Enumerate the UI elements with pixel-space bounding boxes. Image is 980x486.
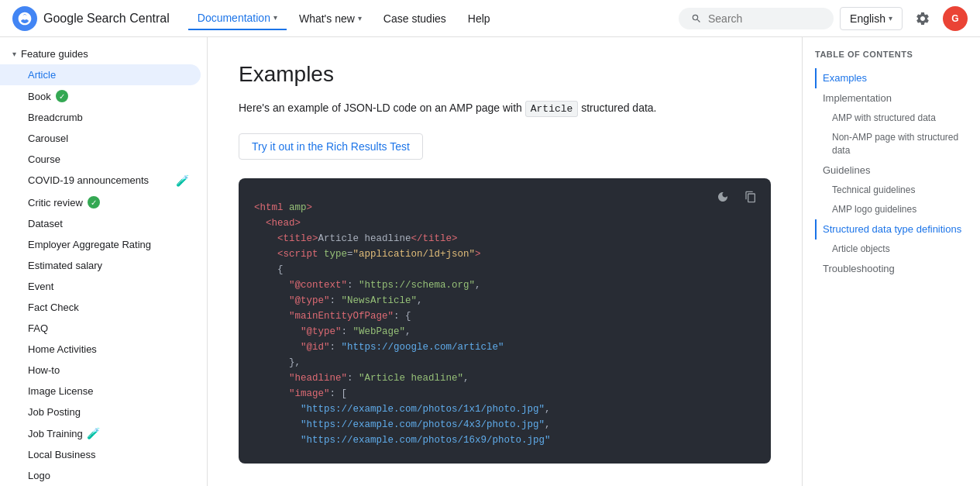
expand-icon: ▾ (12, 50, 16, 58)
toc-item-non-amp-structured-data[interactable]: Non-AMP page with structured data (815, 128, 968, 160)
toc-item-structured-data-type[interactable]: Structured data type definitions (815, 219, 968, 240)
sidebar-item-local-business[interactable]: Local Business (0, 444, 201, 465)
sidebar-item-employer-agg[interactable]: Employer Aggregate Rating (0, 234, 201, 255)
toc-item-amp-logo-guidelines[interactable]: AMP logo guidelines (815, 200, 968, 219)
sidebar-item-logo[interactable]: Logo (0, 465, 201, 486)
gear-icon (915, 11, 930, 26)
nav-documentation[interactable]: Documentation ▾ (188, 7, 287, 30)
main-nav: Documentation ▾ What's new ▾ Case studie… (188, 7, 679, 30)
search-icon (691, 12, 702, 25)
sidebar-item-event[interactable]: Event (0, 276, 201, 297)
settings-button[interactable] (909, 5, 937, 33)
toc-item-guidelines[interactable]: Guidelines (815, 160, 968, 181)
sidebar-section-feature-guides[interactable]: ▾ Feature guides (0, 43, 207, 64)
chevron-down-icon: ▾ (358, 14, 362, 22)
sidebar-item-book[interactable]: Book ✓ (0, 85, 201, 107)
inline-code-article: Article (525, 101, 579, 117)
nav-whats-new[interactable]: What's new ▾ (290, 8, 371, 29)
section-description: Here's an example of JSON-LD code on an … (239, 99, 771, 118)
search-bar[interactable] (679, 8, 834, 29)
try-rich-results-button[interactable]: Try it out in the Rich Results Test (239, 133, 423, 160)
header: Google Search Central Documentation ▾ Wh… (0, 0, 980, 37)
sidebar-item-course[interactable]: Course (0, 149, 201, 170)
sidebar-item-faq[interactable]: FAQ (0, 318, 201, 339)
toc-item-troubleshooting[interactable]: Troubleshooting (815, 259, 968, 279)
check-badge: ✓ (56, 90, 68, 102)
sidebar-item-dataset[interactable]: Dataset (0, 213, 201, 234)
sidebar-item-breadcrumb[interactable]: Breadcrumb (0, 107, 201, 128)
flask-badge: 🧪 (88, 427, 100, 439)
logo-text: Google Search Central (43, 12, 170, 26)
page-title: Examples (239, 62, 771, 87)
sidebar-item-job-posting[interactable]: Job Posting (0, 402, 201, 422)
header-right: English ▾ G (679, 5, 968, 33)
sidebar-item-article[interactable]: Article (0, 64, 201, 85)
logo-link[interactable]: Google Search Central (12, 6, 170, 31)
search-input[interactable] (708, 12, 821, 25)
user-avatar[interactable]: G (943, 6, 968, 31)
check-badge: ✓ (88, 196, 100, 209)
main-content: Examples Here's an example of JSON-LD co… (208, 37, 802, 486)
toc-title: Table of contents (815, 50, 968, 59)
logo-icon (12, 6, 37, 31)
sidebar-item-fact-check[interactable]: Fact Check (0, 297, 201, 318)
code-block: <html amp> <head> <title>Article headlin… (239, 178, 771, 464)
sidebar-item-critic-review[interactable]: Critic review ✓ (0, 191, 201, 213)
code-toolbar (712, 186, 762, 208)
sidebar-item-job-training[interactable]: Job Training 🧪 (0, 422, 201, 444)
page-layout: ▾ Feature guides Article Book ✓ Breadcru… (0, 37, 980, 486)
language-selector[interactable]: English ▾ (840, 7, 903, 30)
sidebar-item-image-license[interactable]: Image License (0, 381, 201, 402)
toc-item-technical-guidelines[interactable]: Technical guidelines (815, 181, 968, 200)
theme-icon (717, 191, 729, 203)
sidebar-item-carousel[interactable]: Carousel (0, 128, 201, 149)
toc-item-amp-structured-data[interactable]: AMP with structured data (815, 109, 968, 128)
toc-panel: Table of contents Examples Examples Impl… (802, 37, 980, 486)
nav-help[interactable]: Help (459, 8, 500, 29)
code-content: <html amp> <head> <title>Article headlin… (254, 197, 755, 448)
sidebar-item-estimated-salary[interactable]: Estimated salary (0, 255, 201, 276)
toggle-theme-button[interactable] (712, 186, 734, 208)
toc-item-implementation[interactable]: Implementation (815, 88, 968, 109)
sidebar-item-how-to[interactable]: How-to (0, 360, 201, 381)
chevron-down-icon: ▾ (889, 14, 892, 22)
copy-icon (744, 191, 757, 203)
sidebar-item-covid[interactable]: COVID-19 announcements 🧪 (0, 170, 201, 191)
chevron-down-icon: ▾ (273, 13, 277, 22)
sidebar-item-home-activities[interactable]: Home Activities (0, 339, 201, 360)
sidebar: ▾ Feature guides Article Book ✓ Breadcru… (0, 37, 208, 486)
copy-code-button[interactable] (740, 186, 762, 208)
toc-item-article-objects[interactable]: Article objects (815, 240, 968, 259)
toc-item-examples-active[interactable]: Examples (815, 68, 968, 88)
flask-badge: 🧪 (176, 174, 188, 187)
nav-case-studies[interactable]: Case studies (374, 8, 456, 29)
